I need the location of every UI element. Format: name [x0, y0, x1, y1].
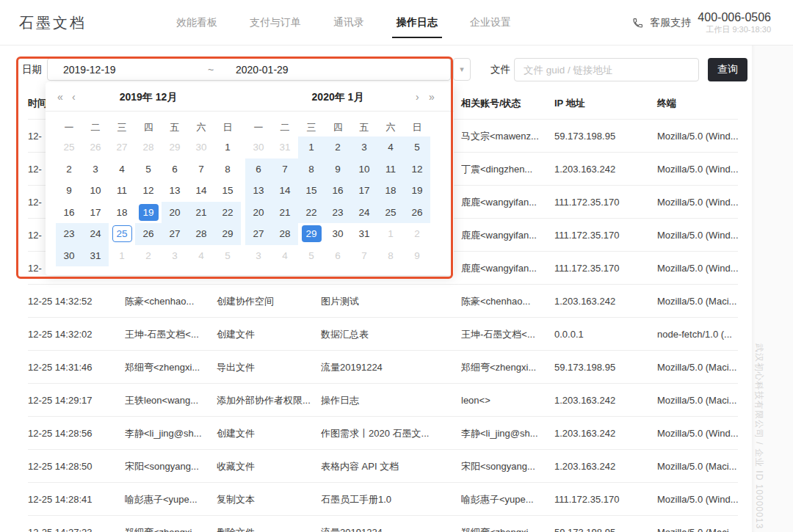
calendar-day[interactable]: 11: [377, 158, 404, 181]
calendar-day[interactable]: 4: [109, 158, 135, 181]
calendar-day[interactable]: 24: [351, 202, 377, 224]
calendar-day[interactable]: 12: [135, 180, 162, 202]
calendar-day[interactable]: 27: [109, 136, 135, 158]
calendar-day[interactable]: 25: [56, 136, 82, 158]
calendar-day[interactable]: 4: [272, 245, 298, 267]
nav-operation-log[interactable]: 操作日志: [395, 0, 439, 45]
calendar-day[interactable]: 11: [109, 180, 135, 202]
query-button[interactable]: 查询: [708, 58, 747, 81]
calendar-day[interactable]: 15: [214, 180, 241, 202]
calendar-day[interactable]: 12: [404, 158, 430, 181]
calendar-day[interactable]: 1: [298, 136, 325, 158]
calendar-day[interactable]: 2: [404, 223, 430, 245]
calendar-day[interactable]: 26: [404, 202, 430, 224]
calendar-day[interactable]: 26: [135, 223, 162, 245]
date-range-input[interactable]: 2019-12-19 ~ 2020-01-29: [47, 58, 451, 81]
calendar-day[interactable]: 24: [82, 223, 109, 245]
log-operator: 陈豪<chenhao...: [125, 285, 214, 318]
calendar-day[interactable]: 31: [82, 245, 109, 267]
calendar-day[interactable]: 5: [135, 158, 162, 181]
nav-performance-board[interactable]: 效能看板: [175, 0, 219, 45]
calendar-day[interactable]: 31: [351, 223, 377, 245]
calendar-day[interactable]: 23: [325, 202, 351, 224]
calendar-day[interactable]: 19: [404, 180, 430, 202]
date-start-value[interactable]: 2019-12-19: [63, 64, 208, 76]
calendar-day[interactable]: 7: [272, 158, 298, 181]
calendar-day[interactable]: 5: [404, 136, 430, 158]
calendar-day[interactable]: 25: [109, 223, 135, 245]
calendar-day[interactable]: 1: [377, 223, 404, 245]
calendar-day[interactable]: 29: [162, 136, 188, 158]
calendar-day[interactable]: 30: [188, 136, 214, 158]
calendar-day[interactable]: 2: [325, 136, 351, 158]
calendar-day[interactable]: 1: [214, 136, 241, 158]
calendar-day[interactable]: 1: [109, 245, 135, 267]
calendar-day[interactable]: 7: [351, 245, 377, 267]
calendar-day[interactable]: 17: [82, 202, 109, 224]
calendar-day[interactable]: 2: [56, 158, 82, 181]
calendar-day[interactable]: 30: [245, 136, 272, 158]
nav-payment-orders[interactable]: 支付与订单: [248, 0, 303, 45]
calendar-day[interactable]: 15: [298, 180, 325, 202]
next-year-icon[interactable]: »: [429, 82, 435, 112]
calendar-day[interactable]: 27: [245, 223, 272, 245]
calendar-day[interactable]: 26: [82, 136, 109, 158]
calendar-day[interactable]: 13: [245, 180, 272, 202]
app-logo[interactable]: 石墨文档: [19, 0, 87, 45]
calendar-day[interactable]: 3: [245, 245, 272, 267]
calendar-day[interactable]: 25: [377, 202, 404, 224]
calendar-day[interactable]: 5: [298, 245, 325, 267]
calendar-day[interactable]: 20: [162, 202, 188, 224]
calendar-day[interactable]: 4: [377, 136, 404, 158]
file-guid-input[interactable]: [514, 58, 699, 81]
right-month-title: 2020年 1月: [245, 82, 430, 112]
calendar-day[interactable]: 17: [351, 180, 377, 202]
calendar-day[interactable]: 29: [214, 223, 241, 245]
calendar-day[interactable]: 3: [162, 245, 188, 267]
calendar-day[interactable]: 19: [135, 202, 162, 224]
calendar-day[interactable]: 5: [214, 245, 241, 267]
calendar-day[interactable]: 16: [325, 180, 351, 202]
nav-contacts[interactable]: 通讯录: [332, 0, 366, 45]
calendar-day[interactable]: 21: [188, 202, 214, 224]
calendar-day[interactable]: 6: [325, 245, 351, 267]
calendar-day[interactable]: 9: [404, 245, 430, 267]
calendar-day[interactable]: 6: [162, 158, 188, 181]
calendar-day[interactable]: 3: [351, 136, 377, 158]
calendar-day[interactable]: 2: [135, 245, 162, 267]
calendar-day[interactable]: 30: [325, 223, 351, 245]
calendar-day[interactable]: 30: [56, 245, 82, 267]
calendar-day[interactable]: 31: [272, 136, 298, 158]
calendar-day[interactable]: 28: [135, 136, 162, 158]
calendar-day[interactable]: 3: [82, 158, 109, 181]
calendar-day[interactable]: 22: [214, 202, 241, 224]
calendar-day[interactable]: 8: [298, 158, 325, 181]
calendar-day[interactable]: 13: [162, 180, 188, 202]
calendar-day[interactable]: 20: [245, 202, 272, 224]
calendar-day[interactable]: 29: [298, 223, 325, 245]
calendar-day[interactable]: 28: [188, 223, 214, 245]
calendar-day[interactable]: 22: [298, 202, 325, 224]
next-month-icon[interactable]: ›: [416, 82, 419, 112]
date-end-value[interactable]: 2020-01-29: [236, 64, 289, 76]
calendar-day[interactable]: 16: [56, 202, 82, 224]
calendar-day[interactable]: 10: [82, 180, 109, 202]
calendar-day[interactable]: 14: [188, 180, 214, 202]
calendar-day[interactable]: 7: [188, 158, 214, 181]
calendar-day[interactable]: 4: [188, 245, 214, 267]
calendar-day[interactable]: 18: [109, 202, 135, 224]
calendar-day[interactable]: 10: [351, 158, 377, 181]
calendar-day[interactable]: 6: [245, 158, 272, 181]
calendar-day[interactable]: 8: [214, 158, 241, 181]
calendar-day[interactable]: 8: [377, 245, 404, 267]
calendar-day[interactable]: 9: [56, 180, 82, 202]
nav-enterprise-settings[interactable]: 企业设置: [468, 0, 513, 45]
calendar-day[interactable]: 9: [325, 158, 351, 181]
calendar-day[interactable]: 18: [377, 180, 404, 202]
calendar-day[interactable]: 23: [56, 223, 82, 245]
calendar-day[interactable]: 21: [272, 202, 298, 224]
calendar-day[interactable]: 14: [272, 180, 298, 202]
calendar-day[interactable]: 27: [162, 223, 188, 245]
calendar-day[interactable]: 28: [272, 223, 298, 245]
date-preset-select[interactable]: ▾: [453, 58, 471, 81]
